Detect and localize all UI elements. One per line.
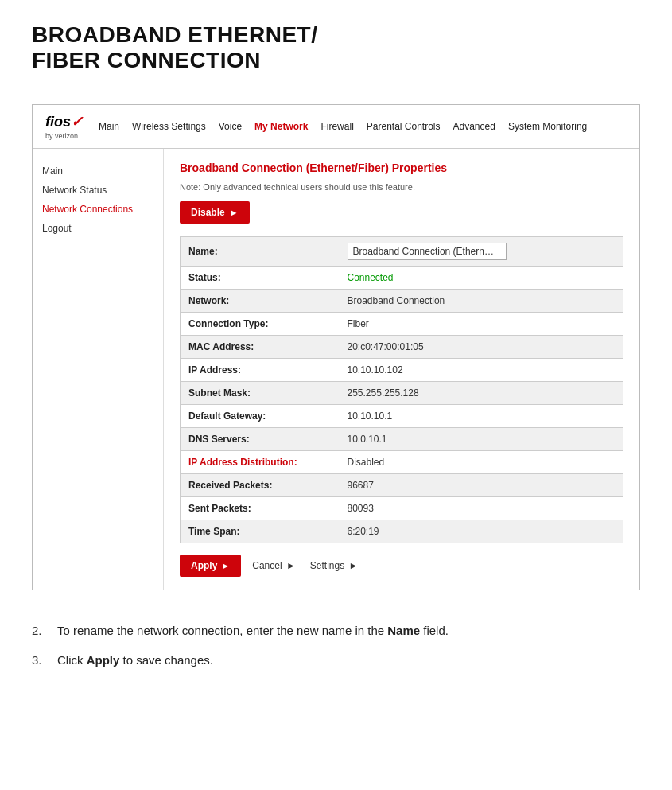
field-label-gateway: Default Gateway: <box>181 405 340 428</box>
field-label-sent: Sent Packets: <box>181 497 340 520</box>
field-label-network: Network: <box>181 290 340 313</box>
cancel-arrow-icon: ► <box>286 560 296 571</box>
disable-button-label: Disable <box>191 207 225 218</box>
field-value-mac: 20:c0:47:00:01:05 <box>340 336 623 359</box>
nav-firewall[interactable]: Firewall <box>320 121 353 132</box>
field-label-ip: IP Address: <box>181 359 340 382</box>
instruction-number-3: 3. <box>32 652 48 670</box>
page-title: BROADBAND ETHERNET/ FIBER CONNECTION <box>32 22 640 73</box>
fios-by-verizon: by verizon <box>45 132 83 140</box>
instruction-number-2: 2. <box>32 622 48 640</box>
disable-button[interactable]: Disable ► <box>180 201 250 224</box>
table-row: Status: Connected <box>181 267 623 290</box>
table-row: Name: <box>181 237 623 267</box>
nav-advanced[interactable]: Advanced <box>453 121 495 132</box>
sidebar-item-network-status[interactable]: Network Status <box>42 181 153 200</box>
nav-bar: fios ✓ by verizon Main Wireless Settings… <box>33 105 639 149</box>
disable-arrow-icon: ► <box>230 208 239 217</box>
cancel-button-label: Cancel <box>252 560 282 571</box>
table-row: Subnet Mask: 255.255.255.128 <box>181 382 623 405</box>
fios-checkmark: ✓ <box>71 113 83 130</box>
instruction-text-3: Click Apply to save changes. <box>57 652 213 670</box>
field-value-ip-distribution: Disabled <box>340 451 623 474</box>
table-row: Network: Broadband Connection <box>181 290 623 313</box>
action-buttons: Apply ► Cancel ► Settings ► <box>180 555 623 577</box>
field-label-ip-distribution[interactable]: IP Address Distribution: <box>181 451 340 474</box>
field-label-name: Name: <box>181 237 340 267</box>
field-label-connection-type: Connection Type: <box>181 313 340 336</box>
apply-arrow-icon: ► <box>221 561 230 570</box>
field-value-timespan: 6:20:19 <box>340 520 623 543</box>
fios-logo-text: fios <box>45 115 71 129</box>
field-label-dns: DNS Servers: <box>181 428 340 451</box>
instruction-item-2: 2. To rename the network connection, ent… <box>32 622 640 640</box>
table-row: Time Span: 6:20:19 <box>181 520 623 543</box>
content-title: Broadband Connection (Ethernet/Fiber) Pr… <box>180 162 623 174</box>
field-value-received: 96687 <box>340 474 623 497</box>
nav-mynetwork[interactable]: My Network <box>254 121 308 132</box>
field-value-dns: 10.0.10.1 <box>340 428 623 451</box>
field-value-gateway: 10.10.10.1 <box>340 405 623 428</box>
sidebar: Main Network Status Network Connections … <box>33 149 164 590</box>
table-row: IP Address Distribution: Disabled <box>181 451 623 474</box>
field-label-mac: MAC Address: <box>181 336 340 359</box>
nav-sysmon[interactable]: System Monitoring <box>508 121 587 132</box>
instruction-item-3: 3. Click Apply to save changes. <box>32 652 640 670</box>
table-row: Sent Packets: 80093 <box>181 497 623 520</box>
table-row: IP Address: 10.10.10.102 <box>181 359 623 382</box>
content-note: Note: Only advanced technical users shou… <box>180 182 623 192</box>
properties-table: Name: Status: Connected Network: Broadba… <box>180 236 623 543</box>
table-row: Default Gateway: 10.10.10.1 <box>181 405 623 428</box>
field-value-network: Broadband Connection <box>340 290 623 313</box>
instructions-section: 2. To rename the network connection, ent… <box>0 614 672 704</box>
main-content: Main Network Status Network Connections … <box>33 149 639 590</box>
name-input[interactable] <box>348 243 507 260</box>
settings-arrow-icon: ► <box>349 560 359 571</box>
nav-items: Main Wireless Settings Voice My Network … <box>99 121 627 132</box>
sidebar-item-network-connections[interactable]: Network Connections <box>42 200 153 219</box>
nav-wireless[interactable]: Wireless Settings <box>132 121 206 132</box>
nav-main[interactable]: Main <box>99 121 119 132</box>
sidebar-item-main[interactable]: Main <box>42 162 153 181</box>
apply-button-label: Apply <box>191 560 217 571</box>
nav-voice[interactable]: Voice <box>219 121 242 132</box>
table-row: Connection Type: Fiber <box>181 313 623 336</box>
instruction-text-2: To rename the network connection, enter … <box>57 622 449 640</box>
content-panel: Broadband Connection (Ethernet/Fiber) Pr… <box>164 149 639 590</box>
field-value-subnet: 255.255.255.128 <box>340 382 623 405</box>
settings-button[interactable]: Settings ► <box>307 555 362 577</box>
table-row: DNS Servers: 10.0.10.1 <box>181 428 623 451</box>
sidebar-item-logout[interactable]: Logout <box>42 219 153 238</box>
field-label-subnet: Subnet Mask: <box>181 382 340 405</box>
table-row: MAC Address: 20:c0:47:00:01:05 <box>181 336 623 359</box>
field-value-sent: 80093 <box>340 497 623 520</box>
field-value-status: Connected <box>340 267 623 290</box>
fios-logo: fios ✓ by verizon <box>45 113 83 140</box>
router-ui: fios ✓ by verizon Main Wireless Settings… <box>32 104 640 590</box>
field-value-ip: 10.10.10.102 <box>340 359 623 382</box>
page-divider <box>32 88 640 88</box>
field-label-status: Status: <box>181 267 340 290</box>
nav-parental[interactable]: Parental Controls <box>367 121 441 132</box>
field-label-timespan: Time Span: <box>181 520 340 543</box>
apply-button[interactable]: Apply ► <box>180 555 241 577</box>
field-value-connection-type: Fiber <box>340 313 623 336</box>
page-title-section: BROADBAND ETHERNET/ FIBER CONNECTION <box>0 0 672 88</box>
table-row: Received Packets: 96687 <box>181 474 623 497</box>
field-label-received: Received Packets: <box>181 474 340 497</box>
settings-button-label: Settings <box>310 560 344 571</box>
cancel-button[interactable]: Cancel ► <box>249 555 299 577</box>
